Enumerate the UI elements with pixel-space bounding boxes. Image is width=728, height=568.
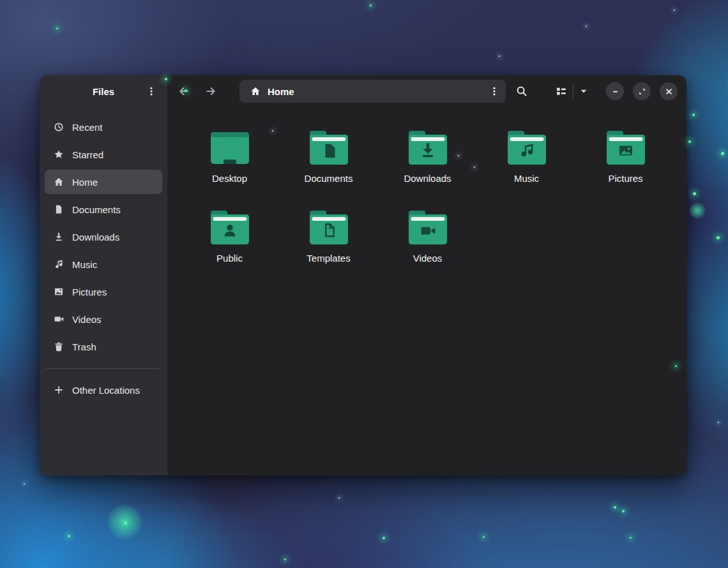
sidebar-item-label: Documents — [72, 204, 121, 215]
kebab-menu-icon — [489, 86, 499, 96]
sidebar-separator — [46, 368, 161, 369]
maximize-button[interactable] — [633, 82, 651, 100]
sidebar-item-label: Other Locations — [72, 385, 140, 396]
folder-templates[interactable]: Templates — [279, 209, 378, 288]
view-list-icon — [556, 86, 567, 97]
window-controls — [606, 82, 678, 100]
folder-label: Public — [216, 253, 243, 264]
home-icon — [250, 86, 261, 96]
sidebar-footer: Other Locations — [40, 378, 167, 405]
location-bar[interactable]: Home — [239, 80, 506, 103]
documents-folder-icon — [308, 129, 349, 167]
wallpaper-sparkle — [124, 521, 127, 525]
pictures-folder-icon — [605, 129, 646, 167]
folder-pictures[interactable]: Pictures — [576, 129, 675, 209]
back-button[interactable] — [174, 82, 193, 101]
sidebar-item-music[interactable]: Music — [45, 252, 162, 276]
recent-icon — [54, 122, 64, 132]
sidebar-list: RecentStarredHomeDocumentsDownloadsMusic… — [40, 107, 167, 362]
music-icon — [54, 259, 64, 269]
folder-label: Videos — [413, 253, 443, 264]
wallpaper-sparkle — [688, 140, 691, 143]
folder-videos[interactable]: Videos — [378, 209, 477, 288]
files-window: Files RecentStarredHomeDocumentsDownload… — [40, 75, 686, 475]
wallpaper-sparkle — [483, 536, 485, 538]
folder-music[interactable]: Music — [477, 129, 576, 209]
close-icon — [664, 87, 674, 96]
wallpaper-sparkle — [338, 497, 340, 498]
wallpaper-sparkle — [721, 152, 724, 155]
wallpaper-sparkle — [499, 56, 500, 57]
sidebar-item-other-locations[interactable]: Other Locations — [45, 378, 162, 402]
chevron-down-icon — [579, 86, 589, 96]
wallpaper-sparkle — [630, 537, 632, 539]
file-view: DesktopDocumentsDownloadsMusicPicturesPu… — [167, 107, 686, 475]
downloads-icon — [54, 232, 64, 242]
sidebar-item-downloads[interactable]: Downloads — [45, 225, 162, 249]
desktop-wallpaper: { "app": { "sidebar": { "title": "Files"… — [0, 0, 728, 568]
sidebar-item-label: Music — [72, 259, 97, 270]
wallpaper-sparkle — [717, 236, 720, 239]
folder-grid: DesktopDocumentsDownloadsMusicPicturesPu… — [180, 129, 678, 288]
split-button-divider — [573, 84, 573, 98]
arrow-left-icon — [178, 86, 190, 97]
folder-desktop[interactable]: Desktop — [180, 129, 279, 209]
downloads-folder-icon — [407, 129, 448, 167]
search-icon — [516, 86, 527, 97]
view-toggle-button[interactable] — [552, 82, 571, 101]
wallpaper-sparkle — [674, 10, 675, 11]
sidebar-item-recent[interactable]: Recent — [45, 115, 162, 139]
sidebar-item-home[interactable]: Home — [45, 170, 162, 194]
folder-label: Desktop — [212, 173, 247, 184]
headerbar: Home — [167, 75, 686, 107]
folder-label: Downloads — [404, 173, 451, 184]
wallpaper-sparkle — [24, 483, 25, 484]
maximize-icon — [637, 87, 647, 96]
current-location-label: Home — [268, 86, 485, 97]
forward-button[interactable] — [201, 82, 220, 101]
folder-public[interactable]: Public — [180, 209, 279, 288]
folder-label: Templates — [307, 253, 350, 264]
templates-folder-icon — [308, 209, 349, 247]
pictures-icon — [54, 287, 64, 297]
main-pane: Home DesktopDocumentsDownloadsMusicPictu… — [167, 75, 686, 475]
trash-icon — [54, 341, 64, 352]
sidebar: Files RecentStarredHomeDocumentsDownload… — [40, 75, 167, 475]
app-title: Files — [93, 86, 114, 97]
wallpaper-sparkle — [718, 422, 719, 423]
arrow-right-icon — [205, 86, 216, 97]
minimize-icon — [610, 87, 620, 96]
starred-icon — [54, 149, 64, 160]
kebab-menu-icon — [146, 86, 156, 96]
search-button[interactable] — [512, 82, 531, 101]
wallpaper-sparkle — [689, 202, 706, 219]
wallpaper-sparkle — [56, 27, 58, 29]
public-folder-icon — [209, 209, 250, 247]
view-options-dropdown[interactable] — [575, 82, 592, 101]
folder-label: Documents — [305, 173, 353, 184]
location-menu-button[interactable] — [485, 82, 504, 101]
sidebar-item-videos[interactable]: Videos — [45, 307, 162, 331]
wallpaper-sparkle — [693, 192, 696, 195]
plus-icon — [54, 385, 64, 395]
wallpaper-sparkle — [370, 4, 372, 6]
close-button[interactable] — [660, 82, 678, 100]
wallpaper-sparkle — [692, 114, 695, 116]
folder-downloads[interactable]: Downloads — [378, 129, 477, 209]
folder-documents[interactable]: Documents — [279, 129, 378, 209]
app-menu-button[interactable] — [142, 82, 161, 101]
wallpaper-sparkle — [622, 510, 625, 512]
wallpaper-sparkle — [586, 26, 587, 27]
sidebar-item-label: Pictures — [72, 287, 107, 297]
sidebar-item-documents[interactable]: Documents — [45, 197, 162, 221]
sidebar-item-starred[interactable]: Starred — [45, 142, 162, 167]
desktop-folder-icon — [209, 129, 250, 167]
sidebar-item-trash[interactable]: Trash — [45, 334, 162, 359]
sidebar-item-pictures[interactable]: Pictures — [45, 280, 162, 304]
wallpaper-sparkle — [614, 506, 616, 509]
wallpaper-sparkle — [107, 504, 142, 540]
sidebar-item-label: Downloads — [72, 232, 119, 243]
videos-icon — [54, 314, 64, 324]
minimize-button[interactable] — [606, 82, 624, 100]
wallpaper-sparkle — [284, 558, 286, 560]
